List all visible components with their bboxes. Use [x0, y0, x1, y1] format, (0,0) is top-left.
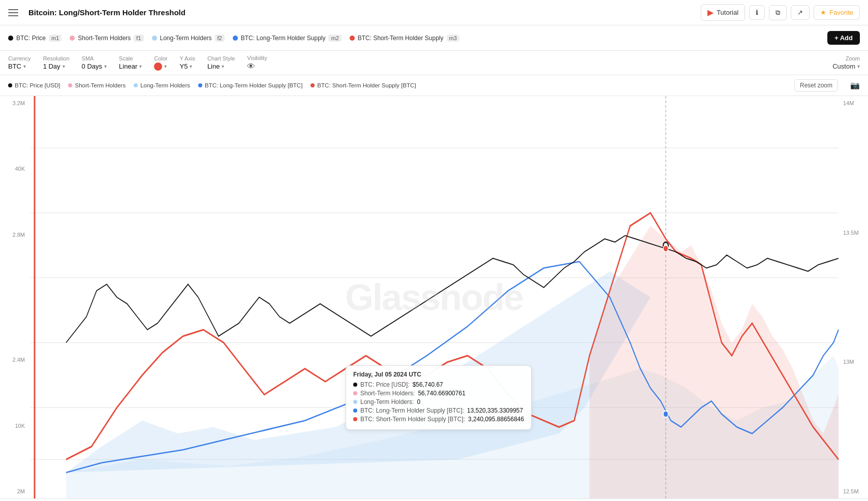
chevron-down-icon: ▾ — [23, 64, 26, 69]
color-swatch — [154, 62, 162, 71]
visibility-control: Visibility 👁 — [247, 55, 267, 71]
zoom-control: Zoom Custom ▾ — [832, 55, 860, 70]
currency-control: Currency BTC ▾ — [8, 55, 31, 70]
y-axis-left: 3.2M 40K 2.8M 2.4M 10K 2M — [0, 96, 28, 498]
chart-legend-dot-short-supply — [311, 83, 315, 87]
resolution-control: Resolution 1 Day ▾ — [43, 55, 70, 70]
info-icon: ℹ — [756, 9, 758, 16]
copy-button[interactable]: ⧉ — [769, 5, 787, 20]
legend-dot-long-term — [152, 36, 157, 41]
svg-point-10 — [663, 411, 668, 418]
share-icon: ↗ — [797, 9, 803, 16]
x-axis: Apr '22 Jul '22 Oct '22 Jan '23 Apr '23 … — [0, 498, 868, 501]
legend-item-short-term[interactable]: Short-Term Holders f1 — [70, 35, 143, 42]
visibility-select[interactable]: 👁 — [247, 62, 267, 71]
eye-icon: 👁 — [247, 62, 255, 71]
scale-control: Scale Linear ▾ — [119, 55, 142, 70]
svg-point-9 — [663, 245, 668, 252]
tutorial-button[interactable]: ▶ Tutorial — [701, 4, 745, 21]
copy-icon: ⧉ — [776, 9, 780, 17]
menu-icon[interactable] — [8, 6, 22, 20]
currency-select[interactable]: BTC ▾ — [8, 62, 31, 70]
reset-zoom-button[interactable]: Reset zoom — [794, 79, 838, 91]
chart-area[interactable]: Glassnode 3.2M 40K 2.8M 2.4M 10K 2M 14M … — [0, 96, 868, 498]
chart-style-control: Chart Style Line ▾ — [207, 55, 235, 70]
top-actions: ▶ Tutorial ℹ ⧉ ↗ ★ Favorite — [701, 4, 860, 21]
chart-legend-btc-price: BTC: Price [USD] — [8, 82, 60, 88]
chevron-down-icon: ▾ — [63, 64, 65, 69]
chevron-down-icon: ▾ — [222, 64, 224, 69]
resolution-select[interactable]: 1 Day ▾ — [43, 62, 70, 70]
legend-dot-btc-price — [8, 36, 13, 41]
sma-control: SMA 0 Days ▾ — [82, 55, 107, 70]
chart-legend-btc-short-supply: BTC: Short-Term Holder Supply [BTC] — [311, 82, 416, 88]
add-button[interactable]: + Add — [827, 31, 860, 45]
color-select[interactable]: ▾ — [154, 62, 167, 71]
chart-legend-dot-short — [68, 83, 72, 87]
legend-dot-short-term — [70, 36, 75, 41]
chart-style-select[interactable]: Line ▾ — [207, 62, 235, 70]
star-icon: ★ — [820, 9, 826, 16]
youtube-icon: ▶ — [707, 8, 714, 17]
legend-dot-btc-long-supply — [233, 36, 238, 41]
favorite-button[interactable]: ★ Favorite — [814, 5, 860, 20]
color-control: Color ▾ — [154, 55, 167, 71]
scale-select[interactable]: Linear ▾ — [119, 62, 142, 70]
legend-item-btc-long-supply[interactable]: BTC: Long-Term Holder Supply m2 — [233, 35, 342, 42]
y-axis-control: Y Axis Y5 ▾ — [180, 55, 195, 70]
chevron-down-icon: ▾ — [164, 64, 167, 69]
y-axis-right: 14M 13.5M 13M 12.5M — [840, 96, 868, 498]
chevron-down-icon: ▾ — [190, 64, 192, 69]
chart-legend-btc-long-supply: BTC: Long-Term Holder Supply [BTC] — [198, 82, 302, 88]
chart-legend-long-term: Long-Term Holders — [134, 82, 190, 88]
chart-legend-dot-long-supply — [198, 83, 202, 87]
chart-legend-bar: BTC: Price [USD] Short-Term Holders Long… — [0, 75, 868, 96]
chevron-down-icon: ▾ — [139, 64, 142, 69]
legend-item-btc-price[interactable]: BTC: Price m1 — [8, 35, 61, 42]
top-bar: Bitcoin: Long/Short-Term Holder Threshol… — [0, 0, 868, 25]
legend-item-btc-short-supply[interactable]: BTC: Short-Term Holder Supply m3 — [350, 35, 459, 42]
legend-dot-btc-short-supply — [350, 36, 355, 41]
chart-legend-dot-btc — [8, 83, 12, 87]
page-title: Bitcoin: Long/Short-Term Holder Threshol… — [28, 8, 695, 17]
legend-bar: BTC: Price m1 Short-Term Holders f1 Long… — [0, 25, 868, 51]
chevron-down-icon: ▾ — [857, 64, 860, 69]
zoom-select[interactable]: Custom ▾ — [832, 62, 860, 70]
sma-select[interactable]: 0 Days ▾ — [82, 62, 107, 70]
controls-bar: Currency BTC ▾ Resolution 1 Day ▾ SMA 0 … — [0, 51, 868, 75]
info-button[interactable]: ℹ — [749, 5, 765, 20]
chart-legend-dot-long — [134, 83, 138, 87]
chevron-down-icon: ▾ — [104, 64, 107, 69]
y-axis-select[interactable]: Y5 ▾ — [180, 62, 195, 70]
legend-item-long-term[interactable]: Long-Term Holders f2 — [152, 35, 225, 42]
chart-svg — [0, 96, 868, 498]
camera-icon[interactable]: 📷 — [850, 81, 860, 90]
chart-legend-short-term: Short-Term Holders — [68, 82, 126, 88]
share-button[interactable]: ↗ — [791, 5, 810, 20]
